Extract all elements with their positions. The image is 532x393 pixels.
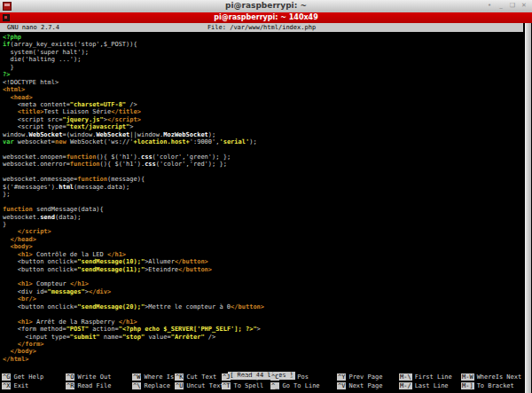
shortcut-key: ^U <box>175 382 184 389</box>
shortcut-uncut-text: ^UUncut Text <box>175 382 224 390</box>
shortcut-label: Where Is <box>144 373 174 381</box>
scrollbar[interactable] <box>525 23 531 393</box>
code-line: <head> <box>3 94 522 101</box>
maximize-button[interactable]: ❏ <box>508 1 517 11</box>
shade-button[interactable]: • <box>485 1 494 11</box>
shortcut-key: ^T <box>222 382 231 389</box>
shortcut-label: Prev Page <box>348 373 382 381</box>
code-line <box>3 273 522 280</box>
code-line: websocket.onerror=function(){ $('h1').cs… <box>3 161 522 168</box>
shortcut-label: Next Page <box>348 382 382 389</box>
code-line: <button onclick="sendMessage(20);">Mettr… <box>3 303 522 310</box>
code-line: <input type="submit" name="stop" value="… <box>3 334 522 341</box>
code-line: </form> <box>3 341 522 348</box>
minimize-button[interactable]: _ <box>497 1 505 11</box>
shortcut-label: Exit <box>13 382 28 389</box>
code-line: websocket.send(data); <box>3 214 522 221</box>
code-line: <meta content="charset=UTF-8" /> <box>3 101 522 108</box>
code-line: ?> <box>3 71 522 78</box>
code-line: window.WebSocket=(window.WebSocket||wind… <box>3 131 522 138</box>
window-title: pi@raspberrypi: ~ <box>0 1 532 10</box>
shortcut-write-out: ^OWrite Out <box>66 373 111 381</box>
status-line: [ Read 44 lines ] <box>0 364 523 373</box>
code-line <box>3 310 522 318</box>
shortcut-go-to-line: ^_Go To Line <box>270 382 320 390</box>
nano-filename: File: /var/www/html/index.php <box>0 23 523 32</box>
code-line: websocket.onmessage=function(message){ <box>3 176 522 183</box>
scrollbar-thumb[interactable] <box>526 23 531 393</box>
window-titlebar[interactable]: pi@raspberrypi: ~ • _ ❏ ✕ <box>0 0 532 13</box>
code-line: </script> <box>3 228 522 235</box>
code-line: <script type="text/javascript"> <box>3 123 522 130</box>
window-buttons: • _ ❏ ✕ <box>485 1 528 11</box>
shortcut-justify: ^JJustify <box>222 373 260 381</box>
shortcut-label: Read File <box>77 382 111 389</box>
terminal-titlebar[interactable]: pi@raspberrypi: ~ 140x49 <box>0 12 532 23</box>
shortcut-cut-text: ^KCut Text <box>175 373 216 381</box>
code-line: <html> <box>3 86 522 93</box>
shortcut-row-2: ^XExit^RRead File^\Replace^UUncut Text^T… <box>0 382 523 391</box>
shortcut-key: ^J <box>222 373 231 381</box>
shortcut-key: M-W <box>461 373 474 381</box>
code-line: <form method="POST" action="<?php echo $… <box>3 326 522 333</box>
shortcut-row-1: ^GGet Help^OWrite Out^WWhere Is^KCut Tex… <box>0 373 523 382</box>
code-line: } <box>3 221 522 228</box>
nano-header: GNU nano 2.7.4 File: /var/www/html/index… <box>0 23 523 32</box>
shortcut-label: Last Line <box>415 382 449 389</box>
code-line: $('#messages').html(message.data); <box>3 184 522 191</box>
shortcut-key: ^C <box>270 373 279 381</box>
shortcut-to-spell: ^TTo Spell <box>222 382 263 390</box>
shortcut-prev-page: ^YPrev Page <box>337 373 382 381</box>
code-line: var websocket=new WebSocket('ws://'+loca… <box>3 138 522 145</box>
shortcut-last-line: M-/Last Line <box>399 382 449 390</box>
code-line <box>3 169 522 176</box>
shortcut-key: M-] <box>461 382 474 389</box>
code-line: <body> <box>3 243 522 250</box>
code-line: <?php <box>3 34 522 41</box>
code-line <box>3 199 522 206</box>
shortcut-label: Justify <box>233 373 260 381</box>
shortcut-label: Replace <box>144 382 170 389</box>
code-line: if(array_key_exists('stop',$_POST)){ <box>3 41 522 48</box>
code-line: <title>Test Liaison Série</title> <box>3 108 522 115</box>
shortcut-exit: ^XExit <box>2 382 28 390</box>
shortcut-where-is: ^WWhere Is <box>132 373 174 381</box>
close-button[interactable]: ✕ <box>520 1 528 11</box>
shortcut-next-page: ^VNext Page <box>337 382 382 390</box>
code-line: <h1> Contrôle de la LED </h1> <box>3 251 522 258</box>
code-line: <script src="jquery.js"></script> <box>3 116 522 123</box>
code-line: }; <box>3 191 522 198</box>
code-line: <button onclick="sendMessage(11);">Etein… <box>3 266 522 273</box>
shortcut-label: First Line <box>415 373 452 381</box>
shortcut-key: ^_ <box>270 382 279 389</box>
code-line: die('halting ...'); <box>3 56 522 63</box>
shortcut-key: M-/ <box>399 382 412 389</box>
shortcut-read-file: ^RRead File <box>66 382 111 390</box>
shortcut-key: ^W <box>132 373 141 381</box>
shortcut-key: ^R <box>66 382 74 389</box>
code-line: </body> <box>3 348 522 355</box>
terminal-window: pi@raspberrypi: ~ • _ ❏ ✕ pi@raspberrypi… <box>0 0 532 393</box>
shortcut-replace: ^\Replace <box>132 382 170 390</box>
shortcut-key: M-\ <box>399 373 412 381</box>
shortcut-label: To Spell <box>233 382 263 389</box>
code-line: <h1> Arrêt de la Raspberry </h1> <box>3 318 522 326</box>
shortcut-key: ^G <box>2 373 11 381</box>
shortcut-key: ^\ <box>132 382 141 389</box>
code-line: <h1> Compteur </h1> <box>3 280 522 287</box>
code-line: <div id="messages"></div> <box>3 288 522 295</box>
shortcut-label: Cur Pos <box>282 373 309 381</box>
code-line: system('super halt'); <box>3 49 522 56</box>
shortcut-label: Uncut Text <box>186 382 223 389</box>
shortcut-key: ^X <box>2 382 11 389</box>
code-line: } <box>3 64 522 71</box>
shortcut-key: ^Y <box>337 373 346 381</box>
code-line: </html> <box>3 356 522 363</box>
code-line: function sendMessage(data){ <box>3 206 522 213</box>
editor[interactable]: <?phpif(array_key_exists('stop',$_POST))… <box>3 34 522 364</box>
shortcut-cur-pos: ^CCur Pos <box>270 373 309 381</box>
code-line: <br/> <box>3 295 522 303</box>
shortcut-to-bracket: M-]To Bracket <box>461 382 514 390</box>
code-line: <button onclick="sendMessage(10);">Allum… <box>3 258 522 265</box>
shortcut-label: Write Out <box>77 373 111 381</box>
